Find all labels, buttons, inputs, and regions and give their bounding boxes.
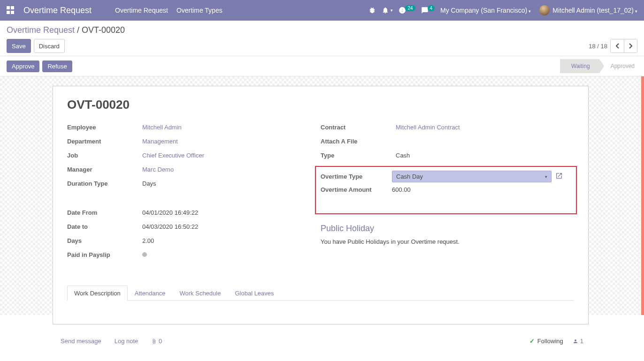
job-label: Job: [67, 152, 142, 159]
paid-field[interactable]: [142, 251, 147, 258]
chatter: Send message Log note 0 ✓Following 1 Tod…: [54, 329, 590, 361]
controlbar: Overtime Request / OVT-00020 Save Discar…: [0, 21, 644, 56]
save-button[interactable]: Save: [7, 39, 31, 53]
pager-text[interactable]: 18 / 18: [589, 43, 607, 50]
pager-next-button[interactable]: [624, 39, 637, 53]
attach-file-label: Attach A File: [321, 138, 396, 145]
log-note-button[interactable]: Log note: [115, 338, 138, 345]
overtime-type-label: Overtime Type: [321, 173, 392, 180]
nav-menu-overtime-request[interactable]: Overtime Request: [115, 7, 168, 14]
approve-button[interactable]: Approve: [7, 60, 39, 72]
highlight-box: Overtime Type Cash Day ▾ Overtime Amount…: [315, 166, 577, 214]
page-title: OVT-00020: [67, 98, 574, 112]
caret-down-icon: ▾: [391, 8, 393, 13]
discuss-badge: 4: [428, 5, 435, 11]
refuse-button[interactable]: Refuse: [42, 60, 72, 72]
nav-title[interactable]: Overtime Request: [23, 6, 92, 15]
manager-label: Manager: [67, 166, 142, 173]
duration-type-label: Duration Type: [67, 180, 142, 187]
nav-menu-overtime-types[interactable]: Overtime Types: [176, 7, 222, 14]
days-field[interactable]: 2.00: [142, 237, 154, 244]
tabs: Work Description Attendance Work Schedul…: [67, 285, 574, 301]
apps-icon[interactable]: [7, 6, 15, 15]
contract-label: Contract: [321, 124, 396, 131]
public-holiday-title: Public Holiday: [321, 224, 574, 233]
manager-field[interactable]: Marc Demo: [142, 166, 174, 173]
overtime-amount-label: Overtime Amount: [321, 186, 392, 193]
date-from-label: Date From: [67, 209, 142, 216]
form-sheet: OVT-00020 EmployeeMitchell Admin Departm…: [53, 86, 589, 324]
form-background: OVT-00020 EmployeeMitchell Admin Departm…: [0, 76, 644, 315]
send-message-button[interactable]: Send message: [61, 338, 101, 345]
breadcrumb-root[interactable]: Overtime Request: [7, 25, 75, 35]
overtime-type-select[interactable]: Cash Day ▾: [392, 171, 552, 182]
type-label: Type: [321, 152, 396, 159]
overtime-amount-field[interactable]: 600.00: [392, 186, 411, 193]
avatar: [539, 5, 550, 15]
tab-work-schedule[interactable]: Work Schedule: [173, 286, 228, 301]
employee-field[interactable]: Mitchell Admin: [142, 124, 182, 131]
discard-button[interactable]: Discard: [34, 39, 65, 53]
paid-label: Paid in Payslip: [67, 251, 142, 258]
job-field[interactable]: Chief Executive Officer: [142, 152, 204, 159]
external-link-icon[interactable]: [555, 172, 563, 181]
debug-icon[interactable]: [368, 7, 376, 14]
breadcrumb: Overtime Request / OVT-00020: [7, 25, 637, 35]
caret-down-icon: ▾: [545, 174, 547, 179]
department-label: Department: [67, 138, 142, 145]
contract-field[interactable]: Mitchell Admin Contract: [396, 124, 460, 131]
status-waiting[interactable]: Waiting: [560, 59, 599, 73]
date-to-label: Date to: [67, 223, 142, 230]
pager: 18 / 18: [589, 39, 637, 53]
date-from-field[interactable]: 04/01/2020 16:49:22: [142, 209, 198, 216]
employee-label: Employee: [67, 124, 142, 131]
days-label: Days: [67, 237, 142, 244]
caret-down-icon: ▾: [529, 9, 531, 14]
status-approved[interactable]: Approved: [599, 59, 644, 73]
overtime-type-value: Cash Day: [396, 173, 423, 180]
following-button[interactable]: ✓Following: [529, 338, 563, 345]
notification-bell-icon[interactable]: ▾: [382, 7, 393, 14]
breadcrumb-current: OVT-00020: [82, 25, 125, 35]
statusbar: Approve Refuse Waiting Approved: [0, 56, 644, 76]
tab-global-leaves[interactable]: Global Leaves: [228, 286, 281, 301]
pager-prev-button[interactable]: [611, 39, 624, 53]
caret-down-icon: ▾: [635, 9, 637, 14]
discuss-icon[interactable]: 4: [421, 7, 435, 14]
public-holiday-text: You have Public Holidays in your Overtim…: [321, 238, 574, 245]
type-field[interactable]: Cash: [396, 152, 410, 159]
company-selector[interactable]: My Company (San Francisco)▾: [440, 7, 531, 14]
radio-unchecked-icon: [142, 252, 147, 257]
followers-button[interactable]: 1: [573, 338, 583, 345]
activity-icon[interactable]: 24: [399, 7, 415, 14]
tab-work-description[interactable]: Work Description: [67, 286, 128, 301]
activity-badge: 24: [405, 5, 415, 11]
date-to-field[interactable]: 04/03/2020 16:50:22: [142, 223, 198, 230]
attachments-button[interactable]: 0: [151, 338, 162, 345]
navbar: Overtime Request Overtime Request Overti…: [0, 0, 644, 21]
check-icon: ✓: [529, 338, 535, 345]
tab-attendance[interactable]: Attendance: [128, 286, 173, 301]
department-field[interactable]: Management: [142, 138, 178, 145]
duration-type-field[interactable]: Days: [142, 180, 156, 187]
user-menu[interactable]: Mitchell Admin (test_17_02)▾: [552, 7, 637, 14]
